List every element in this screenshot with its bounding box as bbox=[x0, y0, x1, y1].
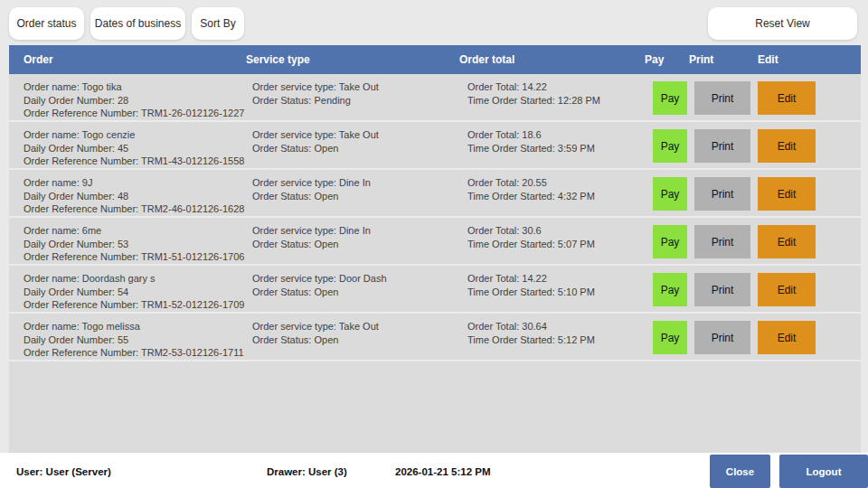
edit-button[interactable]: Edit bbox=[758, 273, 816, 306]
service-type-cell: Order service type: Dine In Order Status… bbox=[252, 224, 371, 250]
order-reference-text: Order Reference Number: TRM2-46-012126-1… bbox=[24, 202, 244, 216]
order-reference-text: Order Reference Number: TRM1-51-012126-1… bbox=[24, 250, 244, 264]
order-total-text: Order Total: 30.6 bbox=[467, 224, 595, 238]
order-reference-text: Order Reference Number: TRM1-52-012126-1… bbox=[24, 298, 244, 312]
edit-button[interactable]: Edit bbox=[758, 129, 816, 163]
column-header-service: Service type bbox=[246, 53, 310, 66]
time-started-text: Time Order Started: 5:10 PM bbox=[467, 286, 595, 299]
order-reference-text: Order Reference Number: TRM1-26-012126-1… bbox=[24, 107, 244, 120]
time-started-text: Time Order Started: 3:59 PM bbox=[467, 142, 595, 155]
column-header-print: Print bbox=[689, 53, 713, 66]
order-reference-text: Order Reference Number: TRM2-53-012126-1… bbox=[24, 346, 244, 360]
order-name-text: Order name: 9J bbox=[24, 176, 244, 190]
service-type-cell: Order service type: Take Out Order Statu… bbox=[252, 80, 379, 107]
order-total-cell: Order Total: 30.6 Time Order Started: 5:… bbox=[467, 224, 595, 250]
print-button[interactable]: Print bbox=[694, 273, 750, 306]
order-name-text: Order name: Togo melissa bbox=[24, 320, 244, 333]
table-row: Order name: Togo tika Daily Order Number… bbox=[9, 74, 861, 122]
logout-button[interactable]: Logout bbox=[779, 455, 868, 488]
service-type-cell: Order service type: Dine In Order Status… bbox=[252, 176, 371, 202]
pay-button[interactable]: Pay bbox=[653, 225, 687, 258]
service-type-cell: Order service type: Door Dash Order Stat… bbox=[252, 272, 387, 298]
footer-bar: User: User (Server) Drawer: User (3) 202… bbox=[0, 453, 868, 488]
print-button[interactable]: Print bbox=[694, 225, 750, 258]
print-button[interactable]: Print bbox=[694, 129, 750, 163]
order-status-text: Order Status: Open bbox=[252, 238, 371, 251]
order-total-cell: Order Total: 18.6 Time Order Started: 3:… bbox=[467, 128, 595, 155]
table-row: Order name: Doordash gary s Daily Order … bbox=[9, 266, 861, 314]
dates-of-business-button[interactable]: Dates of business bbox=[90, 7, 185, 40]
table-row: Order name: Togo cenzie Daily Order Numb… bbox=[9, 122, 861, 170]
column-header-order: Order bbox=[24, 53, 53, 66]
daily-order-number-text: Daily Order Number: 48 bbox=[24, 190, 244, 203]
service-type-text: Order service type: Dine In bbox=[252, 176, 371, 190]
service-type-text: Order service type: Door Dash bbox=[252, 272, 387, 286]
edit-button[interactable]: Edit bbox=[758, 321, 816, 354]
daily-order-number-text: Daily Order Number: 53 bbox=[24, 238, 244, 251]
daily-order-number-text: Daily Order Number: 54 bbox=[24, 286, 244, 299]
order-total-text: Order Total: 18.6 bbox=[467, 128, 595, 142]
time-started-text: Time Order Started: 5:12 PM bbox=[467, 333, 595, 347]
table-row: Order name: Togo melissa Daily Order Num… bbox=[9, 314, 861, 361]
order-status-text: Order Status: Open bbox=[252, 286, 387, 299]
order-cell: Order name: Togo tika Daily Order Number… bbox=[24, 80, 244, 120]
pay-button[interactable]: Pay bbox=[653, 177, 687, 211]
column-header-edit: Edit bbox=[758, 53, 778, 66]
order-total-text: Order Total: 20.55 bbox=[467, 176, 595, 190]
footer-user-text: User: User (Server) bbox=[16, 466, 111, 477]
order-status-text: Order Status: Open bbox=[252, 333, 379, 347]
order-status-text: Order Status: Open bbox=[252, 142, 379, 155]
edit-button[interactable]: Edit bbox=[758, 177, 816, 211]
table-row: Order name: 9J Daily Order Number: 48 Or… bbox=[9, 170, 861, 218]
print-button[interactable]: Print bbox=[694, 321, 750, 354]
print-button[interactable]: Print bbox=[694, 177, 750, 211]
order-name-text: Order name: Togo tika bbox=[24, 80, 244, 94]
column-header-pay: Pay bbox=[645, 53, 664, 66]
column-header-total: Order total bbox=[459, 53, 514, 66]
order-name-text: Order name: 6me bbox=[24, 224, 244, 238]
service-type-text: Order service type: Take Out bbox=[252, 320, 379, 333]
pay-button[interactable]: Pay bbox=[653, 81, 687, 115]
service-type-text: Order service type: Take Out bbox=[252, 80, 379, 94]
daily-order-number-text: Daily Order Number: 55 bbox=[24, 333, 244, 347]
reset-view-button[interactable]: Reset View bbox=[708, 7, 857, 40]
time-started-text: Time Order Started: 4:32 PM bbox=[467, 190, 595, 203]
order-total-text: Order Total: 30.64 bbox=[467, 320, 595, 333]
edit-button[interactable]: Edit bbox=[758, 225, 816, 258]
pay-button[interactable]: Pay bbox=[653, 273, 687, 306]
sort-by-button[interactable]: Sort By bbox=[192, 7, 244, 40]
order-total-text: Order Total: 14.22 bbox=[467, 80, 600, 94]
order-total-cell: Order Total: 14.22 Time Order Started: 1… bbox=[467, 80, 600, 107]
order-status-text: Order Status: Pending bbox=[252, 94, 379, 108]
order-total-cell: Order Total: 30.64 Time Order Started: 5… bbox=[467, 320, 595, 346]
table-header-row: Order Service type Order total Pay Print… bbox=[9, 45, 861, 74]
daily-order-number-text: Daily Order Number: 28 bbox=[24, 94, 244, 108]
order-total-cell: Order Total: 20.55 Time Order Started: 4… bbox=[467, 176, 595, 202]
order-status-text: Order Status: Open bbox=[252, 190, 371, 203]
pay-button[interactable]: Pay bbox=[653, 129, 687, 163]
order-cell: Order name: Togo cenzie Daily Order Numb… bbox=[24, 128, 244, 168]
order-status-button[interactable]: Order status bbox=[9, 7, 84, 40]
daily-order-number-text: Daily Order Number: 45 bbox=[24, 142, 244, 155]
edit-button[interactable]: Edit bbox=[758, 81, 816, 115]
print-button[interactable]: Print bbox=[694, 81, 750, 115]
order-name-text: Order name: Togo cenzie bbox=[24, 128, 244, 142]
order-cell: Order name: Doordash gary s Daily Order … bbox=[24, 272, 244, 312]
service-type-cell: Order service type: Take Out Order Statu… bbox=[252, 320, 379, 346]
order-total-text: Order Total: 14.22 bbox=[467, 272, 595, 286]
order-cell: Order name: Togo melissa Daily Order Num… bbox=[24, 320, 244, 360]
footer-datetime-text: 2026-01-21 5:12 PM bbox=[395, 466, 490, 477]
time-started-text: Time Order Started: 5:07 PM bbox=[467, 238, 595, 251]
order-cell: Order name: 6me Daily Order Number: 53 O… bbox=[24, 224, 244, 264]
service-type-cell: Order service type: Take Out Order Statu… bbox=[252, 128, 379, 155]
service-type-text: Order service type: Dine In bbox=[252, 224, 371, 238]
order-reference-text: Order Reference Number: TRM1-43-012126-1… bbox=[24, 155, 244, 168]
time-started-text: Time Order Started: 12:28 PM bbox=[467, 94, 600, 108]
pay-button[interactable]: Pay bbox=[653, 321, 687, 354]
service-type-text: Order service type: Take Out bbox=[252, 128, 379, 142]
table-body: Order name: Togo tika Daily Order Number… bbox=[9, 74, 861, 361]
order-total-cell: Order Total: 14.22 Time Order Started: 5… bbox=[467, 272, 595, 298]
close-button[interactable]: Close bbox=[710, 455, 770, 488]
order-cell: Order name: 9J Daily Order Number: 48 Or… bbox=[24, 176, 244, 216]
order-name-text: Order name: Doordash gary s bbox=[24, 272, 244, 286]
